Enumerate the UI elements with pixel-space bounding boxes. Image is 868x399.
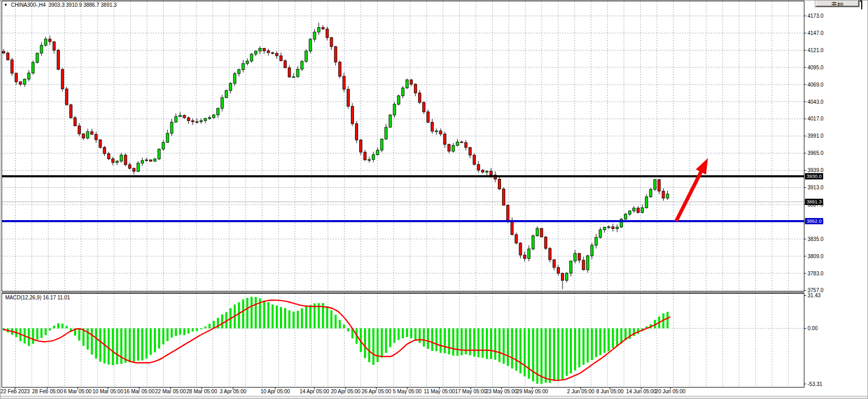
candle-bull bbox=[292, 77, 295, 78]
candle-bear bbox=[183, 115, 186, 118]
candle-bear bbox=[490, 171, 492, 175]
candle-bear bbox=[347, 89, 349, 106]
macd-histogram-bar bbox=[612, 329, 614, 348]
macd-histogram-bar bbox=[41, 329, 43, 338]
candle-bear bbox=[507, 205, 509, 221]
time-axis-label: 20 Apr 05:00 bbox=[331, 389, 361, 395]
macd-histogram-bar bbox=[196, 329, 198, 332]
candle-bear bbox=[11, 60, 14, 74]
trend-arrow-shaft[interactable] bbox=[676, 170, 702, 221]
trend-arrow-head[interactable] bbox=[696, 158, 708, 175]
macd-histogram-bar bbox=[541, 329, 543, 384]
macd-histogram-bar bbox=[150, 329, 152, 355]
macd-histogram-bar bbox=[154, 329, 156, 353]
price-axis-label: 3783.0 bbox=[808, 271, 824, 276]
candle-bull bbox=[158, 149, 161, 159]
candle-bear bbox=[330, 38, 333, 46]
candle-bear bbox=[326, 29, 328, 38]
macd-histogram-bar bbox=[557, 329, 559, 381]
trading-terminal-window: ▼CHINA300-,H4 3903.3 3910.9 3886.7 3891.… bbox=[0, 0, 868, 399]
macd-histogram-bar bbox=[545, 329, 547, 383]
candle-bear bbox=[427, 112, 430, 122]
candle-bear bbox=[557, 268, 559, 273]
macd-histogram-bar bbox=[536, 329, 539, 384]
candle-bull bbox=[376, 150, 379, 155]
macd-histogram-bar bbox=[515, 329, 517, 371]
candle-bear bbox=[473, 155, 475, 164]
candle-bull bbox=[301, 62, 303, 69]
dropdown-arrow-icon[interactable]: ▼ bbox=[4, 3, 8, 8]
price-chart-canvas[interactable] bbox=[1, 1, 868, 399]
candle-bull bbox=[628, 211, 631, 214]
macd-histogram-bar bbox=[292, 311, 295, 328]
macd-histogram-bar bbox=[553, 329, 555, 381]
candle-bear bbox=[561, 273, 564, 281]
macd-histogram-bar bbox=[36, 329, 38, 340]
macd-histogram-bar bbox=[574, 329, 576, 371]
macd-histogram-bar bbox=[95, 329, 97, 359]
candle-bull bbox=[208, 117, 211, 118]
candle-bear bbox=[69, 105, 72, 118]
macd-histogram-bar bbox=[188, 329, 190, 334]
candle-bear bbox=[263, 49, 265, 51]
candle-bear bbox=[553, 260, 555, 268]
candle-bear bbox=[637, 208, 640, 212]
candle-bull bbox=[32, 63, 34, 73]
candle-bull bbox=[246, 61, 249, 64]
macd-histogram-bar bbox=[444, 329, 446, 354]
candle-bear bbox=[7, 53, 9, 60]
candle-bull bbox=[120, 155, 123, 161]
macd-histogram-bar bbox=[179, 329, 181, 335]
resistance-price-badge: 3930.0 bbox=[805, 173, 823, 179]
candle-bear bbox=[503, 189, 505, 205]
candle-bull bbox=[137, 163, 139, 172]
macd-histogram-bar bbox=[125, 329, 127, 363]
macd-histogram-bar bbox=[578, 329, 580, 368]
macd-histogram-bar bbox=[532, 329, 534, 382]
candle-bear bbox=[334, 46, 337, 62]
candle-bull bbox=[435, 131, 438, 132]
time-axis-label: 5 May 05:00 bbox=[393, 389, 421, 395]
candle-bear bbox=[195, 122, 198, 123]
candle-bear bbox=[578, 253, 581, 260]
candle-bear bbox=[469, 148, 471, 155]
main-panel-group bbox=[2, 1, 804, 292]
time-axis-label: 10 Apr 05:00 bbox=[261, 389, 290, 395]
macd-histogram-bar bbox=[57, 323, 59, 329]
macd-histogram-bar bbox=[313, 304, 315, 329]
candle-bear bbox=[187, 118, 190, 121]
candle-bull bbox=[586, 256, 589, 270]
macd-histogram-bar bbox=[192, 329, 194, 332]
candle-bull bbox=[633, 208, 635, 211]
macd-histogram-bar bbox=[170, 329, 173, 338]
main-panel-border bbox=[2, 1, 804, 292]
candle-bear bbox=[150, 160, 152, 161]
macd-histogram-bar bbox=[410, 329, 412, 338]
candle-bear bbox=[519, 243, 522, 255]
candle-bull bbox=[389, 115, 392, 127]
macd-histogram-bar bbox=[461, 329, 463, 356]
macd-histogram-bar bbox=[112, 329, 114, 366]
macd-histogram-bar bbox=[145, 329, 148, 359]
macd-histogram-bar bbox=[486, 329, 488, 359]
candle-bull bbox=[452, 146, 455, 151]
price-axis-label: 3991.0 bbox=[808, 133, 824, 139]
candle-bull bbox=[666, 194, 669, 198]
start-button[interactable]: 开始 bbox=[815, 0, 859, 7]
time-axis-label: 17 May 05:00 bbox=[455, 389, 487, 395]
macd-histogram-bar bbox=[448, 329, 450, 355]
macd-histogram-bar bbox=[246, 298, 248, 328]
candle-bull bbox=[309, 39, 312, 51]
symbol-ohlc-info: CHINA300-,H4 3903.3 3910.9 3886.7 3891.3 bbox=[11, 2, 117, 8]
macd-histogram-bar bbox=[343, 324, 345, 328]
candle-bear bbox=[477, 164, 480, 170]
candle-bear bbox=[511, 221, 514, 234]
macd-histogram-bar bbox=[242, 299, 244, 328]
macd-indicator-label: MACD(12,26,9) 16.17 11.01 bbox=[5, 295, 70, 300]
price-axis-label: 4121.0 bbox=[808, 47, 824, 53]
macd-histogram-bar bbox=[586, 329, 589, 363]
macd-histogram-bar bbox=[503, 329, 505, 364]
candle-bear bbox=[288, 68, 291, 77]
candle-bull bbox=[170, 122, 173, 133]
candle-bear bbox=[3, 52, 5, 53]
